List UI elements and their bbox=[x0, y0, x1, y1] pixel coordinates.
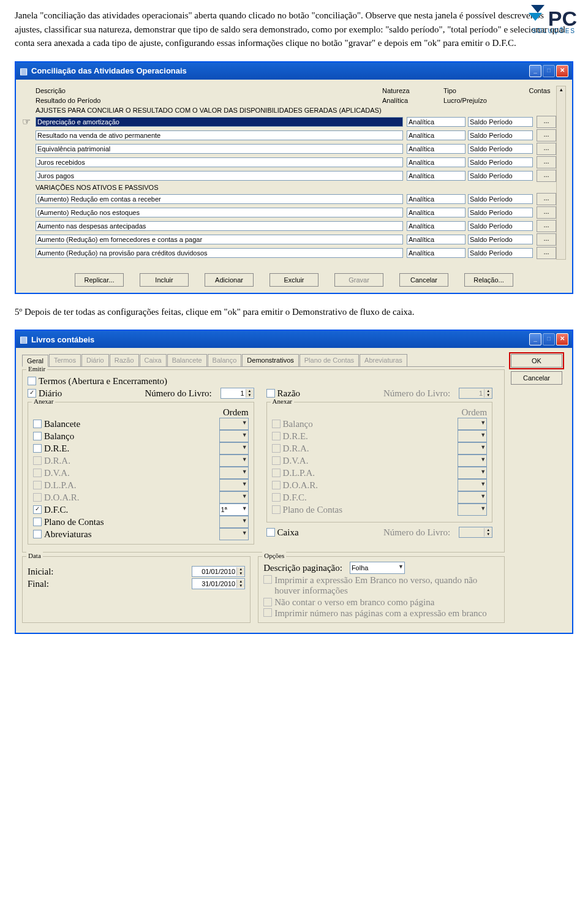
minimize-button[interactable]: _ bbox=[529, 333, 541, 345]
close-button[interactable]: ✕ bbox=[556, 333, 568, 345]
natureza-input[interactable] bbox=[407, 171, 466, 181]
natureza-input[interactable] bbox=[407, 235, 466, 244]
replicar-button[interactable]: Replicar... bbox=[75, 273, 124, 287]
tipo-input[interactable] bbox=[468, 235, 533, 244]
titlebar[interactable]: ▤ Conciliação das Atividades Operacionai… bbox=[16, 62, 572, 80]
natureza-input[interactable] bbox=[407, 117, 466, 127]
natureza-input[interactable] bbox=[407, 144, 466, 154]
natureza-input[interactable] bbox=[407, 248, 466, 258]
ordem-select[interactable]: ▼ bbox=[219, 504, 249, 516]
ordem-select: ▼ bbox=[458, 430, 487, 442]
contas-button[interactable]: ... bbox=[537, 143, 556, 155]
adicionar-button[interactable]: Adicionar bbox=[205, 273, 254, 287]
descricao-input[interactable] bbox=[36, 208, 403, 217]
contas-button[interactable]: ... bbox=[537, 233, 556, 246]
chk-termos[interactable] bbox=[28, 377, 36, 385]
descricao-input[interactable] bbox=[36, 194, 403, 204]
spin-up-icon[interactable]: ▲ bbox=[237, 579, 244, 584]
ok-button[interactable]: OK bbox=[511, 354, 562, 368]
descricao-input[interactable] bbox=[36, 130, 403, 140]
spin-up-icon[interactable]: ▲ bbox=[246, 389, 254, 393]
ordem-select: ▼ bbox=[219, 491, 249, 504]
cancelar-button[interactable]: Cancelar bbox=[511, 371, 562, 385]
contas-button[interactable]: ... bbox=[537, 206, 556, 219]
contas-button[interactable]: ... bbox=[537, 156, 556, 168]
checkbox[interactable] bbox=[33, 518, 42, 526]
natureza-input[interactable] bbox=[407, 221, 466, 231]
spin-data-final[interactable]: ▲▼ bbox=[192, 578, 245, 589]
tipo-input[interactable] bbox=[468, 248, 533, 258]
tipo-input[interactable] bbox=[468, 208, 533, 217]
tab-demonstrativos[interactable]: Demonstrativos bbox=[242, 354, 298, 366]
tab-geral[interactable]: Geral bbox=[22, 355, 48, 367]
tipo-input[interactable] bbox=[468, 157, 533, 167]
contas-button[interactable]: ... bbox=[537, 220, 556, 232]
contas-button[interactable]: ... bbox=[537, 193, 556, 205]
tab-balancete[interactable]: Balancete bbox=[167, 354, 207, 366]
tipo-input[interactable] bbox=[468, 130, 533, 140]
checkbox[interactable] bbox=[33, 530, 42, 538]
tab-abreviaturas[interactable]: Abreviaturas bbox=[360, 354, 407, 366]
scroll-up-icon[interactable]: ▴ bbox=[560, 86, 563, 92]
descricao-input[interactable] bbox=[36, 117, 403, 127]
minimize-button[interactable]: _ bbox=[529, 65, 541, 77]
chk-razao[interactable] bbox=[266, 389, 275, 398]
select-desc-paginacao[interactable]: ▼ bbox=[350, 562, 405, 574]
input-numero-livro-1[interactable] bbox=[221, 388, 246, 398]
tab-plano-de-contas[interactable]: Plano de Contas bbox=[300, 354, 359, 366]
spin-down-icon[interactable]: ▼ bbox=[237, 584, 244, 588]
spin-numero-livro-1[interactable]: ▲▼ bbox=[221, 388, 254, 399]
tipo-input[interactable] bbox=[468, 221, 533, 231]
chk-diario[interactable]: ✓ bbox=[28, 389, 36, 398]
excluir-button[interactable]: Excluir bbox=[270, 273, 318, 287]
contas-button[interactable]: ... bbox=[537, 247, 556, 259]
input-data-final[interactable] bbox=[192, 579, 236, 589]
natureza-input[interactable] bbox=[407, 157, 466, 167]
tab-diário[interactable]: Diário bbox=[81, 354, 109, 366]
contas-button[interactable]: ... bbox=[537, 129, 556, 141]
close-button[interactable]: ✕ bbox=[556, 65, 568, 77]
input-desc-paginacao[interactable] bbox=[350, 562, 405, 574]
ordem-input[interactable] bbox=[219, 504, 249, 516]
tipo-input[interactable] bbox=[468, 144, 533, 154]
spin-down-icon[interactable]: ▼ bbox=[246, 393, 254, 398]
tipo-input[interactable] bbox=[468, 194, 533, 204]
titlebar[interactable]: ▤ Livros contábeis _ □ ✕ bbox=[16, 331, 572, 348]
tipo-input[interactable] bbox=[468, 171, 533, 181]
natureza-input[interactable] bbox=[407, 208, 466, 217]
cancelar-button[interactable]: Cancelar bbox=[399, 273, 448, 287]
relacao-button[interactable]: Relação... bbox=[464, 273, 513, 287]
natureza-input[interactable] bbox=[407, 130, 466, 140]
contas-button[interactable]: ... bbox=[537, 170, 556, 182]
natureza-input[interactable] bbox=[407, 194, 466, 204]
ordem-select: ▼ bbox=[458, 418, 487, 430]
ordem-input bbox=[458, 418, 487, 430]
spin-down-icon[interactable]: ▼ bbox=[237, 571, 244, 576]
tab-balanço[interactable]: Balanço bbox=[208, 354, 242, 366]
checkbox[interactable]: ✓ bbox=[33, 505, 42, 514]
descricao-input[interactable] bbox=[36, 248, 403, 258]
descricao-input[interactable] bbox=[36, 144, 403, 154]
input-data-inicial[interactable] bbox=[192, 567, 236, 576]
descricao-input[interactable] bbox=[36, 221, 403, 231]
incluir-button[interactable]: Incluir bbox=[140, 273, 189, 287]
descricao-input[interactable] bbox=[36, 157, 403, 167]
contas-button[interactable]: ... bbox=[537, 116, 556, 128]
spin-data-inicial[interactable]: ▲▼ bbox=[192, 566, 245, 577]
checkbox[interactable] bbox=[33, 432, 42, 440]
chk-caixa[interactable] bbox=[266, 528, 275, 537]
tipo-input[interactable] bbox=[468, 117, 533, 127]
spin-up-icon[interactable]: ▲ bbox=[237, 567, 244, 571]
tab-termos[interactable]: Termos bbox=[49, 354, 81, 366]
legend-opcoes: Opções bbox=[262, 552, 286, 559]
descricao-input[interactable] bbox=[36, 235, 403, 244]
checkbox[interactable] bbox=[33, 444, 42, 453]
tab-caixa[interactable]: Caixa bbox=[140, 354, 167, 366]
list-item: D.O.A.R.▼ bbox=[272, 479, 488, 491]
checkbox-label: Plano de Contas bbox=[44, 517, 104, 527]
checkbox[interactable] bbox=[33, 420, 42, 428]
tab-razão[interactable]: Razão bbox=[110, 354, 139, 366]
checkbox-label: D.R.E. bbox=[44, 443, 69, 454]
scrollbar[interactable]: ▴ bbox=[556, 86, 566, 260]
descricao-input[interactable] bbox=[36, 171, 403, 181]
